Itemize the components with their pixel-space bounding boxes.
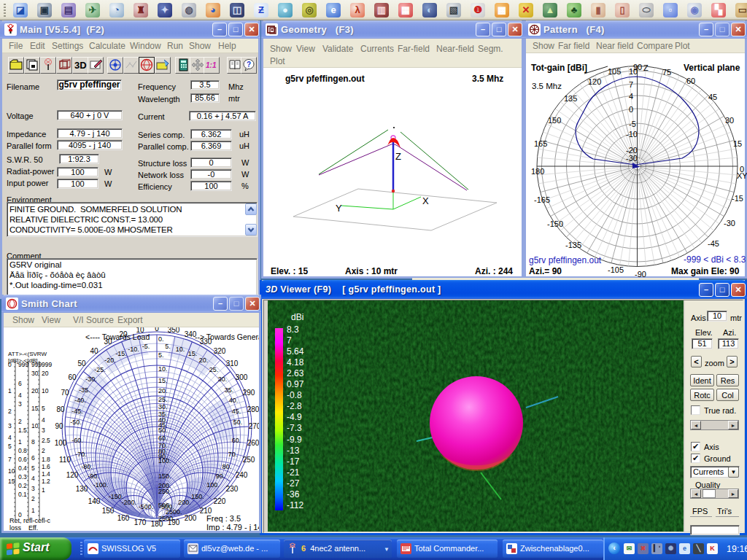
svg-text:80.: 80. xyxy=(222,463,232,470)
svg-text:60: 60 xyxy=(68,373,77,381)
svg-text:10.: 10. xyxy=(158,365,168,373)
svg-text:250.: 250. xyxy=(158,488,171,495)
svg-text:20.: 20. xyxy=(158,387,168,394)
svg-text:0.1: 0.1 xyxy=(18,491,27,498)
svg-text:-200.: -200. xyxy=(122,499,137,506)
svg-text:15: 15 xyxy=(8,478,15,485)
svg-text:-40.: -40. xyxy=(74,397,86,404)
svg-text:1: 1 xyxy=(8,387,12,394)
svg-text:6: 6 xyxy=(18,380,22,387)
svg-text:230: 230 xyxy=(226,485,239,493)
svg-text:2: 2 xyxy=(31,495,35,502)
svg-text:-60.: -60. xyxy=(71,437,83,444)
svg-text:4: 4 xyxy=(8,434,12,441)
svg-text:ATT>-<(SVRW: ATT>-<(SVRW xyxy=(8,351,47,357)
svg-text:2500.: 2500. xyxy=(166,508,182,516)
svg-text:3: 3 xyxy=(8,422,12,429)
svg-text:-100.: -100. xyxy=(93,481,109,489)
svg-text:100: 100 xyxy=(55,439,67,447)
svg-text:15: 15 xyxy=(31,405,39,412)
svg-text:0.2: 0.2 xyxy=(18,482,27,489)
svg-text:-45.: -45. xyxy=(71,408,83,415)
svg-text:60.: 60. xyxy=(232,437,241,444)
svg-text:-15.: -15. xyxy=(115,350,127,357)
svg-text:250: 250 xyxy=(243,456,255,464)
svg-text:260: 260 xyxy=(247,439,259,447)
svg-text:100.: 100. xyxy=(158,457,171,464)
svg-text:20: 20 xyxy=(42,370,49,377)
svg-text:70: 70 xyxy=(61,389,69,397)
svg-text:2: 2 xyxy=(42,447,45,454)
svg-text:0.6: 0.6 xyxy=(18,456,27,463)
svg-text:0: 0 xyxy=(8,361,12,368)
svg-text:3: 3 xyxy=(31,485,35,492)
svg-text:-5.: -5. xyxy=(142,343,150,350)
svg-text:5: 5 xyxy=(8,443,12,450)
svg-text:10: 10 xyxy=(8,467,15,475)
svg-text:1:1: 1:1 xyxy=(206,61,217,69)
svg-text:10: 10 xyxy=(42,387,49,394)
svg-text:100.: 100. xyxy=(206,481,220,489)
svg-text:25.: 25. xyxy=(209,366,219,373)
svg-text:5.: 5. xyxy=(165,343,171,350)
svg-text:110: 110 xyxy=(59,456,71,464)
svg-text:350: 350 xyxy=(168,327,180,334)
svg-text:0.8: 0.8 xyxy=(18,447,27,454)
svg-text:0.4: 0.4 xyxy=(18,464,27,472)
svg-text:300: 300 xyxy=(236,373,248,381)
svg-text:Y: Y xyxy=(336,203,342,214)
svg-text:2: 2 xyxy=(18,418,22,425)
svg-text:1.8: 1.8 xyxy=(42,456,50,463)
svg-text:1.4: 1.4 xyxy=(42,470,50,478)
svg-text:10: 10 xyxy=(31,422,39,429)
svg-text:270: 270 xyxy=(249,422,259,430)
svg-text:1.5: 1.5 xyxy=(18,427,27,434)
svg-text:160: 160 xyxy=(117,514,130,522)
svg-text:0.: 0. xyxy=(158,335,164,343)
svg-text:1: 1 xyxy=(31,507,35,514)
svg-text:999: 999 xyxy=(31,361,42,368)
svg-text:40.: 40. xyxy=(229,397,239,404)
svg-text:6: 6 xyxy=(31,454,35,462)
svg-text:170: 170 xyxy=(134,518,147,526)
svg-text:3D: 3D xyxy=(74,60,87,71)
svg-text:999: 999 xyxy=(42,361,52,368)
svg-text:120: 120 xyxy=(66,471,79,479)
svg-text:220: 220 xyxy=(214,497,226,505)
svg-text:10.: 10. xyxy=(176,346,185,353)
svg-text:-10.: -10. xyxy=(128,346,139,353)
svg-text:140: 140 xyxy=(88,497,101,505)
svg-text:1.2: 1.2 xyxy=(42,478,50,485)
svg-text:0.3: 0.3 xyxy=(18,473,27,481)
svg-text:-500.: -500. xyxy=(139,503,154,510)
svg-text:30.: 30. xyxy=(218,376,228,383)
svg-text:1.6: 1.6 xyxy=(42,463,50,470)
svg-text:35.: 35. xyxy=(225,386,234,394)
svg-text:999: 999 xyxy=(18,361,28,368)
svg-text:40: 40 xyxy=(90,347,98,355)
svg-text:20.: 20. xyxy=(199,357,209,364)
svg-text:30.: 30. xyxy=(158,403,168,411)
svg-text:1: 1 xyxy=(18,438,22,446)
svg-text:-20.: -20. xyxy=(104,357,116,364)
svg-text:5: 5 xyxy=(42,405,45,412)
svg-text:290: 290 xyxy=(243,389,255,397)
svg-text:310: 310 xyxy=(226,359,239,368)
svg-text:280: 280 xyxy=(247,405,259,413)
svg-text:5: 5 xyxy=(31,464,35,472)
svg-text:3: 3 xyxy=(18,400,22,408)
svg-text:150: 150 xyxy=(102,507,115,515)
svg-text:7: 7 xyxy=(8,456,12,463)
svg-text:4: 4 xyxy=(31,475,35,482)
svg-text:4: 4 xyxy=(42,416,45,424)
svg-text:130: 130 xyxy=(76,485,88,493)
svg-text:1: 1 xyxy=(42,486,45,494)
svg-text:-80.: -80. xyxy=(81,463,93,470)
svg-text:320: 320 xyxy=(214,347,226,355)
svg-text:30: 30 xyxy=(31,370,39,377)
svg-text:80: 80 xyxy=(56,405,65,413)
svg-text:60.: 60. xyxy=(158,435,168,442)
svg-text:45.: 45. xyxy=(232,408,241,415)
svg-text:240: 240 xyxy=(236,471,248,479)
svg-text:4: 4 xyxy=(18,392,22,399)
